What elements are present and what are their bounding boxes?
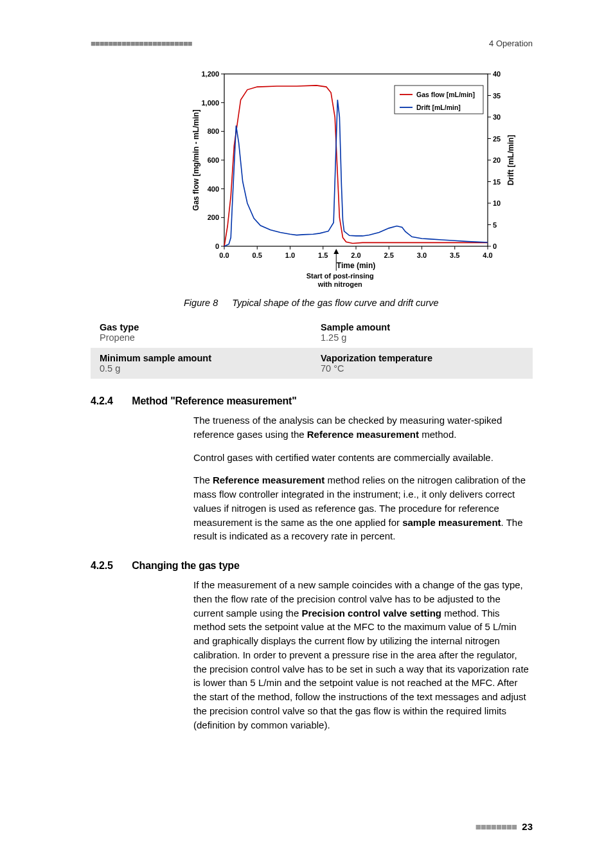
figure-caption: Figure 8 Typical shape of the gas flow c… — [184, 298, 533, 308]
gas-type-label: Gas type — [100, 322, 305, 332]
svg-text:20: 20 — [493, 156, 501, 164]
svg-text:Start of post-rinsing: Start of post-rinsing — [306, 272, 374, 280]
footer-dots: ■■■■■■■■ — [475, 821, 517, 832]
section-label: 4 Operation — [489, 39, 533, 48]
s424-p2: Control gases with certified water conte… — [193, 451, 533, 465]
svg-text:5: 5 — [493, 221, 497, 229]
sample-amount-cell: Sample amount 1.25 g — [312, 317, 533, 348]
svg-text:Gas flow [mL/min]: Gas flow [mL/min] — [416, 91, 475, 98]
min-sample-cell: Minimum sample amount 0.5 g — [91, 348, 312, 379]
svg-text:25: 25 — [493, 135, 501, 143]
svg-text:Time (min): Time (min) — [337, 261, 375, 270]
svg-text:1.5: 1.5 — [318, 251, 328, 259]
svg-text:Drift [mL/min]: Drift [mL/min] — [416, 104, 461, 111]
page-header: ■■■■■■■■■■■■■■■■■■■■■■■ 4 Operation — [91, 39, 533, 48]
s425-p1: If the measurement of a new sample coinc… — [193, 578, 533, 732]
section-425-body: If the measurement of a new sample coinc… — [193, 578, 533, 732]
svg-text:0: 0 — [215, 242, 219, 250]
svg-text:1,200: 1,200 — [201, 70, 219, 78]
chart-svg: 02004006008001,0001,20005101520253035400… — [187, 68, 521, 293]
svg-text:2.5: 2.5 — [384, 251, 394, 259]
svg-text:0: 0 — [493, 242, 497, 250]
min-sample-value: 0.5 g — [100, 363, 305, 374]
svg-text:0.5: 0.5 — [253, 251, 262, 259]
header-dots: ■■■■■■■■■■■■■■■■■■■■■■■ — [91, 39, 192, 48]
s424-p1: The trueness of the analysis can be chec… — [193, 413, 533, 442]
page-number: 23 — [522, 821, 533, 832]
svg-text:2.0: 2.0 — [351, 251, 360, 259]
svg-text:1.0: 1.0 — [285, 251, 295, 259]
min-sample-label: Minimum sample amount — [100, 353, 305, 363]
sample-amount-label: Sample amount — [321, 322, 526, 332]
figure-label: Figure 8 — [184, 298, 218, 308]
vap-temp-value: 70 °C — [321, 363, 526, 374]
svg-text:3.0: 3.0 — [417, 251, 427, 259]
section-424-body: The trueness of the analysis can be chec… — [193, 413, 533, 543]
svg-text:15: 15 — [493, 178, 501, 186]
vap-temp-label: Vaporization temperature — [321, 353, 526, 363]
svg-text:600: 600 — [208, 156, 219, 164]
section-425-num: 4.2.5 — [91, 560, 129, 572]
vap-temp-cell: Vaporization temperature 70 °C — [312, 348, 533, 379]
svg-text:Drift [mL/min]: Drift [mL/min] — [506, 135, 515, 186]
svg-text:800: 800 — [208, 127, 219, 135]
section-424: 4.2.4 Method "Reference measurement" The… — [91, 395, 533, 543]
svg-text:1,000: 1,000 — [201, 99, 219, 107]
chart-figure: 02004006008001,0001,20005101520253035400… — [187, 68, 533, 293]
page-footer: ■■■■■■■■ 23 — [475, 821, 533, 832]
gas-type-cell: Gas type Propene — [91, 317, 312, 348]
section-425: 4.2.5 Changing the gas type If the measu… — [91, 560, 533, 732]
s424-p3: The Reference measurement method relies … — [193, 473, 533, 543]
gas-type-value: Propene — [100, 332, 305, 343]
section-425-title: 4.2.5 Changing the gas type — [91, 560, 533, 572]
svg-text:200: 200 — [208, 213, 219, 221]
svg-text:30: 30 — [493, 113, 501, 121]
sample-amount-value: 1.25 g — [321, 332, 526, 343]
svg-text:4.0: 4.0 — [483, 251, 492, 259]
section-424-title: 4.2.4 Method "Reference measurement" — [91, 395, 533, 407]
svg-text:400: 400 — [208, 185, 219, 193]
section-424-num: 4.2.4 — [91, 395, 129, 407]
section-425-heading: Changing the gas type — [132, 560, 239, 571]
svg-text:40: 40 — [493, 70, 501, 78]
figure-caption-text: Typical shape of the gas flow curve and … — [232, 298, 438, 308]
section-424-heading: Method "Reference measurement" — [132, 395, 296, 406]
svg-text:3.5: 3.5 — [450, 251, 459, 259]
svg-text:35: 35 — [493, 92, 501, 100]
svg-text:Gas flow [mg/min - mL/min]: Gas flow [mg/min - mL/min] — [191, 109, 200, 210]
svg-text:with nitrogen: with nitrogen — [317, 280, 362, 288]
svg-text:10: 10 — [493, 199, 501, 207]
svg-text:0.0: 0.0 — [219, 251, 229, 259]
info-grid: Gas type Propene Sample amount 1.25 g Mi… — [91, 317, 533, 379]
